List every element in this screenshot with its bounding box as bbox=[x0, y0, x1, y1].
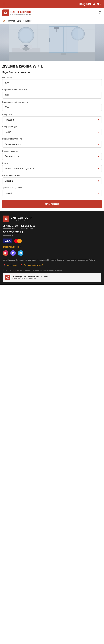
map-icon-2: 📍 bbox=[20, 264, 23, 266]
svg-rect-1 bbox=[5, 14, 6, 14]
logo-subtitle: все для професійного ремонту bbox=[10, 14, 34, 15]
header-phone[interactable]: (067) 319 54 29 ▼ bbox=[78, 2, 102, 6]
height-label: Висота мм bbox=[2, 76, 102, 78]
svg-point-0 bbox=[5, 12, 6, 13]
handle-select[interactable]: Ручка-тримач для рушника bbox=[2, 165, 102, 172]
hinges-select[interactable]: Справа bbox=[2, 178, 102, 184]
logo-title: САНТЕХПРОСТІР bbox=[10, 11, 34, 14]
product-title: Душева кабіна WK 1 bbox=[2, 64, 102, 68]
height-input[interactable] bbox=[2, 79, 102, 86]
svg-point-34 bbox=[5, 252, 6, 254]
breadcrumb-catalog[interactable]: Каталог bbox=[8, 20, 15, 22]
glass-color-label: Колір скла: bbox=[2, 113, 102, 116]
entry-width-input[interactable] bbox=[2, 104, 102, 111]
coating-label: Захисне покриття: bbox=[2, 150, 102, 152]
towel-field-group: Тримач для рушника: Немає ▼ bbox=[2, 186, 102, 196]
svg-rect-30 bbox=[24, 45, 28, 46]
hero-image-inner bbox=[0, 24, 104, 61]
home-icon[interactable]: 🏠 bbox=[2, 20, 5, 22]
footer-phone-1[interactable]: 067 319 54 29 bbox=[3, 225, 18, 227]
towel-label: Тримач для рушника: bbox=[2, 186, 102, 189]
map-link-1[interactable]: 📍 Ми на мапі bbox=[3, 264, 17, 266]
svg-point-25 bbox=[61, 53, 66, 55]
instagram-icon[interactable] bbox=[3, 250, 8, 256]
search-icon[interactable] bbox=[98, 11, 102, 15]
furniture-color-label: Колір фурнітури: bbox=[2, 126, 102, 128]
brand-title: ГЛЯНЕЦЬ: ІНТЕРНЕТ-МАГАЗИНИ bbox=[12, 276, 48, 278]
entry-width-label: Ширина вхідної частини мм bbox=[2, 101, 102, 103]
brand-text: ГЛЯНЕЦЬ: ІНТЕРНЕТ-МАГАЗИНИ МАРКЕТИНГ, СУ… bbox=[12, 276, 48, 279]
towel-select[interactable]: Немає bbox=[2, 190, 102, 196]
brand-logo-icon: Г bbox=[5, 275, 10, 280]
coating-select-wrapper: Без покриття ▼ bbox=[2, 153, 102, 160]
product-section: Душева кабіна WK 1 Задайте свої розміри:… bbox=[0, 61, 104, 211]
footer-address: село Зарванці Вінницький р-н , вулиця Мо… bbox=[3, 259, 101, 262]
footer-logo-icon bbox=[3, 216, 9, 222]
map-link-2-text: Як до нас дістатись? bbox=[24, 264, 43, 266]
footer: САНТЕХПРОСТІР все для професійного ремон… bbox=[0, 211, 104, 285]
svg-rect-22 bbox=[49, 38, 49, 42]
phone-chevron: ▼ bbox=[100, 3, 102, 5]
telegram-icon[interactable] bbox=[18, 250, 23, 256]
footer-phone-main[interactable]: 063 750 22 91 bbox=[3, 230, 101, 234]
entry-width-field-group: Ширина вхідної частини мм bbox=[2, 101, 102, 111]
matte-field-group: Варіанти матування: Без матування ▼ bbox=[2, 138, 102, 148]
footer-logo: САНТЕХПРОСТІР все для професійного ремон… bbox=[3, 216, 101, 222]
svg-rect-5 bbox=[9, 52, 95, 61]
config-title: Задайте свої розміри: bbox=[2, 71, 102, 74]
handle-select-wrapper: Ручка-тримач для рушника ▼ bbox=[2, 165, 102, 172]
visa-badge: VISA bbox=[3, 238, 12, 243]
towel-select-wrapper: Немає ▼ bbox=[2, 190, 102, 196]
footer-map-links: 📍 Ми на мапі 📍 Як до нас дістатись? bbox=[3, 264, 101, 266]
order-button[interactable]: Замовити bbox=[2, 200, 102, 208]
svg-point-17 bbox=[20, 29, 32, 42]
phone-number: (067) 319 54 29 bbox=[78, 2, 99, 6]
coating-select[interactable]: Без покриття bbox=[2, 153, 102, 160]
svg-point-2 bbox=[99, 11, 101, 13]
footer-manager-main: Менеджер Іван bbox=[3, 234, 101, 236]
glass-color-select[interactable]: Прозоре bbox=[2, 116, 102, 123]
height-field-group: Висота мм bbox=[2, 76, 102, 86]
side-width-input[interactable] bbox=[2, 92, 102, 98]
handle-label: Ручка: bbox=[2, 162, 102, 164]
coating-field-group: Захисне покриття: Без покриття ▼ bbox=[2, 150, 102, 160]
footer-brand-banner: Г ГЛЯНЕЦЬ: ІНТЕРНЕТ-МАГАЗИНИ МАРКЕТИНГ, … bbox=[3, 273, 101, 282]
glass-color-field-group: Колір скла: Прозоре ▼ bbox=[2, 113, 102, 123]
footer-phone-2[interactable]: 098 218 23 22 bbox=[21, 225, 35, 227]
map-icon-1: 📍 bbox=[3, 264, 6, 266]
furniture-color-field-group: Колір фурнітури: Polish ▼ bbox=[2, 126, 102, 135]
furniture-color-select[interactable]: Polish bbox=[2, 128, 102, 135]
side-width-field-group: Ширина бокової стінки мм bbox=[2, 88, 102, 98]
footer-copyright: © 2022 Santehprostir – Сантехніка, опале… bbox=[3, 270, 101, 272]
svg-line-3 bbox=[101, 13, 101, 14]
map-link-2[interactable]: 📍 Як до нас дістатись? bbox=[20, 264, 43, 266]
hinges-field-group: Розміщення петель: Справа ▼ bbox=[2, 174, 102, 184]
breadcrumb-current: Душеві кабіни bbox=[17, 20, 30, 22]
svg-rect-32 bbox=[6, 219, 7, 220]
sep3: › bbox=[31, 20, 32, 22]
footer-email[interactable]: order@glyanec.net bbox=[3, 246, 101, 248]
sep2: › bbox=[16, 20, 17, 22]
header: ☰ (067) 319 54 29 ▼ bbox=[0, 0, 104, 8]
mastercard-circle2 bbox=[17, 239, 22, 243]
matte-select[interactable]: Без матування bbox=[2, 141, 102, 148]
footer-payment: VISA bbox=[3, 238, 101, 243]
viber-icon[interactable] bbox=[10, 250, 16, 256]
map-link-1-text: Ми на мапі bbox=[7, 264, 17, 266]
footer-logo-text: САНТЕХПРОСТІР все для професійного ремон… bbox=[11, 217, 32, 221]
matte-select-wrapper: Без матування ▼ bbox=[2, 141, 102, 148]
furniture-color-select-wrapper: Polish ▼ bbox=[2, 128, 102, 135]
footer-contacts: 067 319 54 29 Менеджер Іван 098 218 23 2… bbox=[3, 225, 101, 236]
footer-social bbox=[3, 250, 101, 256]
handle-field-group: Ручка: Ручка-тримач для рушника ▼ bbox=[2, 162, 102, 172]
logo-container[interactable]: САНТЕХПРОСТІР все для професійного ремон… bbox=[2, 10, 34, 16]
menu-icon[interactable]: ☰ bbox=[2, 2, 5, 6]
footer-manager-1: Менеджер Іван bbox=[3, 227, 18, 229]
logo-text: САНТЕХПРОСТІР все для професійного ремон… bbox=[10, 11, 34, 15]
footer-manager-2: Менеджер Іван bbox=[21, 227, 35, 229]
side-width-label: Ширина бокової стінки мм bbox=[2, 88, 102, 91]
svg-point-31 bbox=[6, 218, 7, 219]
breadcrumb: 🏠 › Каталог › Душеві кабіни › bbox=[0, 18, 104, 24]
hero-image bbox=[0, 24, 104, 61]
logo-bar: САНТЕХПРОСТІР все для професійного ремон… bbox=[0, 8, 104, 18]
